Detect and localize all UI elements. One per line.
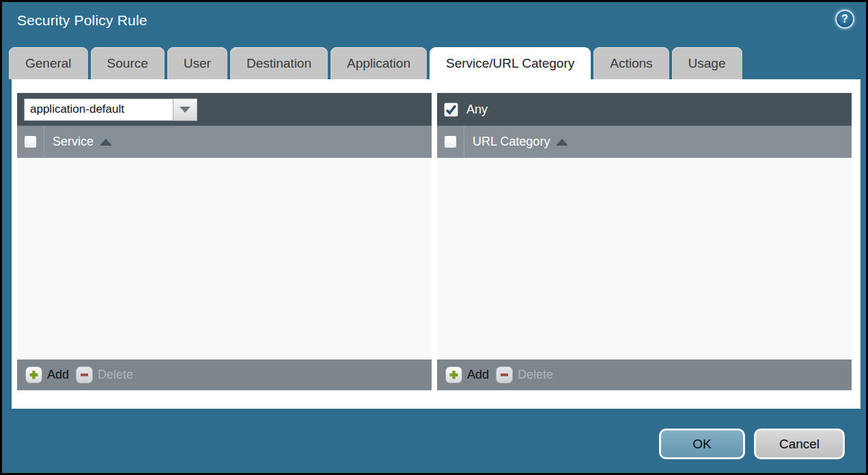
any-label: Any <box>466 103 488 117</box>
tab-source[interactable]: Source <box>91 47 165 79</box>
chevron-down-icon <box>180 107 191 113</box>
url-category-list[interactable] <box>437 158 852 359</box>
service-column-header[interactable]: Service <box>53 135 112 149</box>
ok-button[interactable]: OK <box>659 429 745 459</box>
tab-user[interactable]: User <box>167 47 227 79</box>
tab-application[interactable]: Application <box>331 47 427 79</box>
url-category-column-header-row: URL Category <box>437 126 852 158</box>
cancel-button[interactable]: Cancel <box>754 429 845 459</box>
dialog-button-row: OK Cancel <box>659 429 845 459</box>
url-category-panel-footer: Add Delete <box>437 359 852 390</box>
service-panel-footer: Add Delete <box>17 359 432 390</box>
any-checkbox[interactable] <box>444 103 458 117</box>
service-add-button[interactable]: Add <box>25 366 69 383</box>
service-column-header-row: Service <box>17 126 432 158</box>
service-panel: application-default Service <box>17 93 432 390</box>
minus-icon <box>76 366 93 383</box>
url-category-add-button[interactable]: Add <box>445 366 489 383</box>
service-select-all-checkbox[interactable] <box>24 135 37 148</box>
service-delete-label: Delete <box>98 368 133 382</box>
url-category-column-header-label: URL Category <box>473 135 550 149</box>
url-category-add-label: Add <box>467 368 489 382</box>
url-category-delete-label: Delete <box>518 368 553 382</box>
plus-icon <box>25 366 42 383</box>
tab-usage[interactable]: Usage <box>672 47 742 79</box>
tab-bar: General Source User Destination Applicat… <box>9 47 742 79</box>
sort-ascending-icon <box>556 139 568 146</box>
minus-icon <box>496 366 513 383</box>
column-divider <box>44 126 44 158</box>
tab-content-area: application-default Service <box>12 79 860 409</box>
service-column-header-label: Service <box>53 135 94 149</box>
tab-destination[interactable]: Destination <box>230 47 328 79</box>
url-category-delete-button[interactable]: Delete <box>496 366 553 383</box>
security-policy-rule-dialog: Security Policy Rule ? General Source Us… <box>0 0 868 475</box>
dialog-title: Security Policy Rule <box>17 12 148 29</box>
tab-actions[interactable]: Actions <box>593 47 669 79</box>
tab-general[interactable]: General <box>9 47 88 79</box>
service-type-dropdown-arrow-button[interactable] <box>173 98 197 121</box>
help-icon[interactable]: ? <box>835 10 854 29</box>
tab-service-url-category[interactable]: Service/URL Category <box>430 47 591 79</box>
url-category-panel: Any URL Category Add <box>437 93 852 390</box>
service-panel-header: application-default <box>17 93 432 126</box>
column-divider <box>464 126 464 158</box>
url-category-panel-header: Any <box>437 93 852 126</box>
url-category-select-all-checkbox[interactable] <box>444 135 457 148</box>
plus-icon <box>445 366 462 383</box>
service-type-dropdown-value[interactable]: application-default <box>24 98 173 121</box>
service-add-label: Add <box>47 368 69 382</box>
sort-ascending-icon <box>100 139 112 146</box>
service-type-dropdown[interactable]: application-default <box>24 98 197 121</box>
service-list[interactable] <box>17 158 432 359</box>
service-delete-button[interactable]: Delete <box>76 366 133 383</box>
url-category-column-header[interactable]: URL Category <box>473 135 568 149</box>
